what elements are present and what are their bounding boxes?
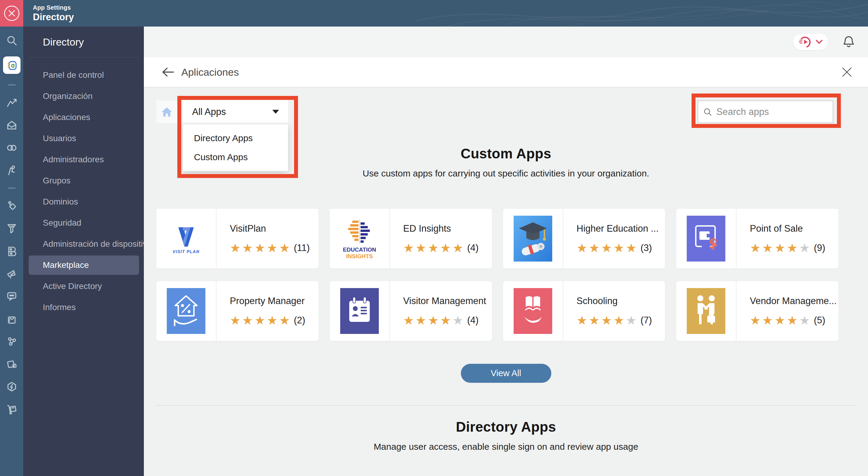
app-card-visitplan[interactable]: VISIT PLAN VisitPlan ★★★★★ (11): [156, 209, 318, 268]
sidebar-item-panel-de-control[interactable]: Panel de control: [23, 64, 144, 86]
review-count: (3): [641, 242, 652, 254]
people-icon[interactable]: [5, 164, 19, 177]
sidebar-item-dominios[interactable]: Dominios: [23, 191, 144, 212]
sidebar-item-usuarios[interactable]: Usuarios: [23, 128, 144, 149]
flow-hexagon-icon[interactable]: [5, 380, 19, 393]
app-name: Higher Education ...: [577, 223, 665, 234]
app-close-button[interactable]: [0, 0, 23, 27]
star-rating: ★★★★★: [230, 314, 291, 326]
sidebar-item-grupos[interactable]: Grupos: [23, 170, 144, 191]
review-count: (7): [641, 315, 652, 326]
content-area: All Apps Directory AppsCustom Apps Custo…: [144, 87, 868, 475]
main-area: Aplicaciones All Apps Directory AppsCust…: [144, 27, 868, 476]
app-rail: [0, 27, 23, 476]
visitor-logo: [340, 288, 379, 334]
svg-text:VISIT PLAN: VISIT PLAN: [173, 249, 199, 254]
sidebar-item-seguridad[interactable]: Seguridad: [23, 212, 144, 234]
campaigns-megaphone-icon[interactable]: [5, 267, 19, 280]
app-card-pos[interactable]: Point of Sale ★★★★★ (9): [676, 209, 838, 268]
app-card-edinsights[interactable]: EDUCATIONINSIGHTS ED Insights ★★★★★ (4): [330, 209, 492, 268]
app-name: Visitor Management: [403, 296, 492, 306]
app-rating: ★★★★★ (4): [403, 314, 492, 326]
sidebar: Directory Panel de controlOrganizaciónAp…: [23, 27, 144, 476]
cliq-chat-icon[interactable]: [5, 290, 19, 303]
connect-icon[interactable]: [5, 199, 19, 212]
search-icon[interactable]: [5, 34, 19, 47]
directory-app-icon[interactable]: [3, 56, 21, 74]
app-logo: [676, 281, 737, 341]
svg-text:EDUCATION: EDUCATION: [343, 246, 376, 253]
sidebar-item-active-directory[interactable]: Active Directory: [23, 276, 144, 297]
page-title: Aplicaciones: [181, 66, 239, 78]
back-arrow-icon[interactable]: [161, 65, 175, 79]
magnifier-icon: [703, 107, 712, 117]
app-card-schooling[interactable]: Schooling ★★★★★ (7): [503, 281, 665, 341]
sidebar-header: Directory: [23, 27, 144, 57]
topbar: [144, 27, 868, 57]
section-divider: [156, 405, 857, 406]
chevron-down-icon: [815, 39, 823, 44]
star-rating: ★★★★★: [230, 242, 291, 254]
inventory-trolley-icon[interactable]: [5, 403, 19, 416]
sidebar-title: Directory: [43, 36, 84, 48]
app-logo: EDUCATIONINSIGHTS: [330, 209, 390, 268]
app-logo: [676, 209, 737, 268]
books-icon[interactable]: [5, 244, 19, 258]
app-rating: ★★★★★ (4): [403, 242, 492, 254]
app-name: Vendor Manageme...: [750, 296, 838, 306]
star-rating: ★★★★★: [403, 314, 465, 326]
edinsights-logo: EDUCATIONINSIGHTS: [340, 216, 379, 261]
dropdown-option-directory-apps[interactable]: Directory Apps: [183, 133, 288, 143]
app-logo: [503, 281, 563, 341]
app-rating: ★★★★★ (7): [577, 314, 665, 326]
search-apps-box[interactable]: [698, 100, 833, 123]
star-rating: ★★★★★: [577, 242, 638, 254]
app-rating: ★★★★★ (5): [750, 314, 838, 326]
mail-icon[interactable]: [5, 119, 19, 132]
app-card-property[interactable]: Property Manager ★★★★★ (2): [156, 281, 318, 341]
sidebar-item-organizaci-n[interactable]: Organización: [23, 86, 144, 107]
sidebar-item-marketplace[interactable]: Marketplace: [29, 256, 139, 275]
notifications-bell-icon[interactable]: [842, 35, 855, 49]
link-icon[interactable]: [5, 141, 19, 154]
close-icon[interactable]: [840, 65, 854, 79]
apps-filter-value: All Apps: [192, 107, 226, 117]
apps-filter-dropdown: Directory AppsCustom Apps: [183, 124, 288, 171]
sidebar-item-label: Informes: [43, 302, 76, 312]
search-apps-input[interactable]: [716, 107, 828, 117]
sidebar-item-informes[interactable]: Informes: [23, 297, 144, 318]
app-card-highered[interactable]: Higher Education ... ★★★★★ (3): [503, 209, 665, 268]
avatar-play-icon: [799, 35, 812, 49]
highered-logo: [514, 216, 552, 261]
sidebar-item-label: Grupos: [43, 176, 70, 185]
app-rating: ★★★★★ (3): [577, 242, 665, 254]
sidebar-item-administradores[interactable]: Administradores: [23, 149, 144, 170]
app-name: ED Insights: [403, 223, 492, 234]
recruit-funnel-icon[interactable]: [5, 222, 19, 235]
review-count: (4): [467, 315, 478, 326]
view-all-button[interactable]: View All: [461, 364, 551, 383]
app-card-vendor[interactable]: Vendor Manageme... ★★★★★ (5): [676, 281, 838, 341]
sidebar-item-administraci-n-de-dispositivos[interactable]: Administración de dispositivos: [23, 234, 144, 255]
share-nodes-icon[interactable]: [5, 335, 19, 348]
review-count: (2): [294, 315, 305, 326]
star-rating: ★★★★★: [577, 314, 638, 326]
app-card-visitor[interactable]: Visitor Management ★★★★★ (4): [330, 281, 492, 341]
dropdown-option-custom-apps[interactable]: Custom Apps: [183, 152, 288, 162]
sidebar-item-label: Seguridad: [43, 218, 82, 228]
apps-filter-select[interactable]: All Apps: [183, 100, 288, 123]
caret-down-icon: [272, 110, 279, 114]
analytics-icon[interactable]: [5, 96, 19, 109]
rail-divider: [8, 85, 16, 85]
sidebar-item-aplicaciones[interactable]: Aplicaciones: [23, 107, 144, 128]
learn-layers-icon[interactable]: [5, 357, 19, 371]
commerce-bag-icon[interactable]: [5, 312, 19, 325]
sidebar-item-label: Organización: [43, 91, 93, 101]
sidebar-item-label: Administradores: [43, 155, 104, 165]
home-icon[interactable]: [156, 100, 177, 123]
star-rating: ★★★★★: [750, 242, 811, 254]
sidebar-item-label: Marketplace: [43, 260, 89, 270]
app-logo: [503, 209, 563, 268]
app-name: Schooling: [577, 296, 665, 306]
trial-account-button[interactable]: [793, 34, 828, 50]
